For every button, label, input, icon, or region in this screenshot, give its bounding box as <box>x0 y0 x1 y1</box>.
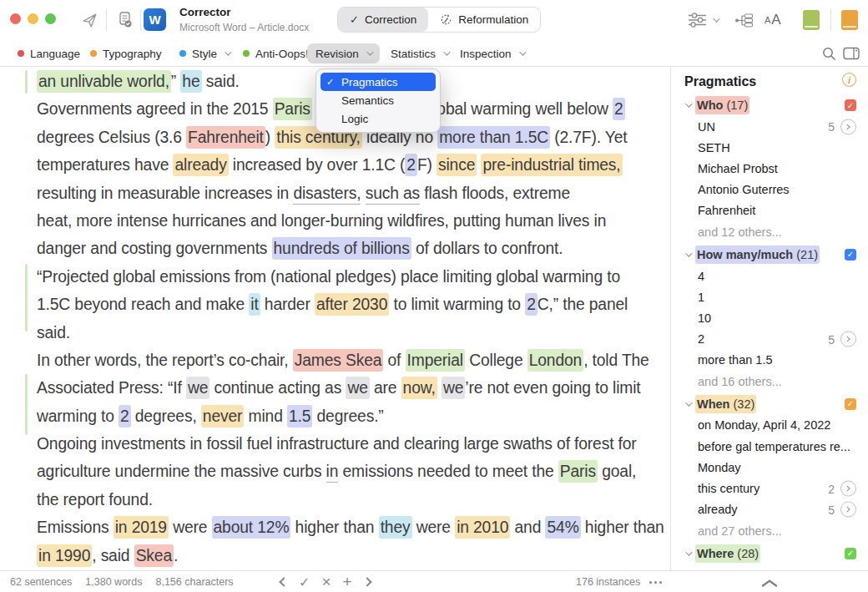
menu-anti-oops[interactable]: Anti-Oops! <box>236 40 315 67</box>
annotated-text[interactable]: we <box>442 377 465 399</box>
occurrence-badge[interactable]: 5 <box>828 119 856 134</box>
annotated-text[interactable]: Imperial <box>406 349 465 372</box>
annotated-text[interactable]: London <box>527 349 583 372</box>
annotated-text[interactable]: in 2010 <box>455 516 510 539</box>
orange-guide-button[interactable] <box>841 0 858 40</box>
menu-style[interactable]: Style <box>173 40 236 67</box>
section-checkbox[interactable]: ✓ <box>845 249 856 261</box>
outline-button[interactable] <box>734 0 754 40</box>
menu-item-logic[interactable]: Logic <box>320 109 436 128</box>
annotated-text[interactable]: an unlivable world, <box>37 70 171 93</box>
menu-item-pragmatics[interactable]: ✓ Pragmatics <box>320 73 436 91</box>
annotated-text[interactable]: 1.5 <box>287 405 312 428</box>
minimize-button[interactable] <box>28 13 38 24</box>
section-header-who[interactable]: Who (17)✓ <box>671 94 868 116</box>
document-pane[interactable]: an unlivable world,” he said.Governments… <box>0 68 670 570</box>
expand-circle-icon[interactable] <box>840 331 856 347</box>
annotated-text[interactable]: Paris <box>273 98 312 120</box>
menu-inspection[interactable]: Inspection <box>453 40 531 67</box>
menu-revision[interactable]: Revision <box>307 43 380 63</box>
section-header-how-many-much[interactable]: How many/much (21)✓ <box>671 244 868 266</box>
annotated-text[interactable]: James Skea <box>293 349 384 372</box>
annotated-text[interactable]: pre-industrial times, <box>481 154 622 176</box>
annotated-text[interactable]: Paris <box>558 460 598 483</box>
sidebar-item[interactable]: 4 <box>671 266 868 286</box>
previous-button[interactable] <box>279 577 288 586</box>
sidebar-item[interactable]: Michael Probst <box>671 158 868 179</box>
sidebar-item[interactable]: Antonio Guterres <box>671 180 868 200</box>
section-header-when[interactable]: When (32)✓ <box>671 393 868 415</box>
annotated-text[interactable]: we <box>186 377 209 399</box>
annotated-text[interactable]: already <box>173 154 228 176</box>
annotated-text[interactable]: about 12% <box>212 516 291 539</box>
annotated-text[interactable]: 2 <box>119 405 131 428</box>
settings-button[interactable] <box>688 0 718 40</box>
annotated-text[interactable]: it <box>249 293 260 316</box>
section-checkbox[interactable]: ✓ <box>845 548 856 559</box>
menu-statistics[interactable]: Statistics <box>384 40 455 67</box>
collapse-panel-button[interactable] <box>761 578 778 589</box>
tab-reformulation[interactable]: Reformulation <box>428 8 540 32</box>
copy-corrections-button[interactable] <box>113 0 136 40</box>
annotated-text[interactable]: Skea <box>134 544 174 567</box>
occurrence-badge[interactable]: 5 <box>828 502 856 518</box>
annotated-text[interactable]: we <box>346 377 369 399</box>
zoom-button[interactable] <box>45 13 56 24</box>
info-icon[interactable]: i <box>842 73 856 87</box>
add-button[interactable]: + <box>343 573 352 591</box>
show-more-item[interactable]: and 27 others... <box>671 520 868 543</box>
text-size-button[interactable]: AA <box>765 0 781 40</box>
expand-circle-icon[interactable] <box>840 119 856 134</box>
annotated-text[interactable]: disasters, <box>293 182 361 205</box>
expand-circle-icon[interactable] <box>840 481 856 497</box>
annotated-text[interactable]: 2 <box>405 154 417 176</box>
reject-button[interactable]: × <box>321 573 331 591</box>
annotated-text[interactable]: since <box>437 154 477 176</box>
accept-button[interactable]: ✓ <box>299 574 310 590</box>
annotated-text[interactable]: 2 <box>525 293 537 316</box>
annotated-text[interactable]: never <box>201 405 244 428</box>
sidebar-item[interactable]: 25 <box>671 329 868 350</box>
menu-typography[interactable]: Typography <box>83 40 169 67</box>
more-options-button[interactable] <box>649 571 662 592</box>
annotated-text[interactable]: such as <box>366 182 420 205</box>
annotated-text[interactable]: Fahrenheit <box>186 126 265 149</box>
occurrence-badge[interactable]: 5 <box>828 331 856 347</box>
sidebar-item[interactable]: Fahrenheit <box>671 200 868 221</box>
section-checkbox[interactable]: ✓ <box>845 398 856 410</box>
annotated-text[interactable]: after 2030 <box>315 293 389 316</box>
annotated-text[interactable]: now, <box>401 377 437 399</box>
next-button[interactable] <box>362 577 371 586</box>
search-button[interactable] <box>822 40 836 67</box>
occurrence-badge[interactable]: 2 <box>828 481 856 497</box>
annotated-text[interactable]: in 1990 <box>37 544 92 567</box>
section-header-where[interactable]: Where (28)✓ <box>671 543 868 564</box>
section-checkbox[interactable]: ✓ <box>845 99 856 111</box>
sidebar-item[interactable]: 1 <box>671 286 868 307</box>
sidebar-item[interactable]: already5 <box>671 499 868 520</box>
sidebar-item[interactable]: UN5 <box>671 116 868 137</box>
sidebar-item[interactable]: on Monday, April 4, 2022 <box>671 415 868 436</box>
menu-language[interactable]: Language <box>11 40 87 67</box>
toggle-sidebar-button[interactable] <box>843 40 860 67</box>
sidebar-item[interactable]: Monday <box>671 457 868 478</box>
annotated-text[interactable]: in <box>326 460 339 483</box>
sidebar-item[interactable]: this century2 <box>671 478 868 498</box>
annotated-text[interactable]: in 2019 <box>114 516 169 539</box>
show-more-item[interactable]: and 12 others... <box>671 221 868 244</box>
show-more-item[interactable]: and 16 others... <box>671 371 868 393</box>
annotated-text[interactable]: more than 1.5C <box>437 126 550 149</box>
annotated-text[interactable]: they <box>379 516 412 539</box>
menu-item-semantics[interactable]: Semantics <box>320 91 436 109</box>
annotated-text[interactable]: he <box>180 70 201 93</box>
annotated-text[interactable]: 54% <box>545 516 580 539</box>
send-button[interactable] <box>80 0 98 40</box>
sidebar-item[interactable]: 10 <box>671 307 868 328</box>
annotated-text[interactable]: 2 <box>613 98 625 120</box>
sidebar-item[interactable]: more than 1.5 <box>671 350 868 371</box>
annotated-text[interactable]: hundreds of billions <box>272 237 411 260</box>
sidebar-item[interactable]: before gal temperatures re... <box>671 436 868 457</box>
green-dictionary-button[interactable] <box>803 0 820 40</box>
tab-correction[interactable]: ✓ Correction <box>338 8 428 32</box>
expand-circle-icon[interactable] <box>840 502 856 518</box>
